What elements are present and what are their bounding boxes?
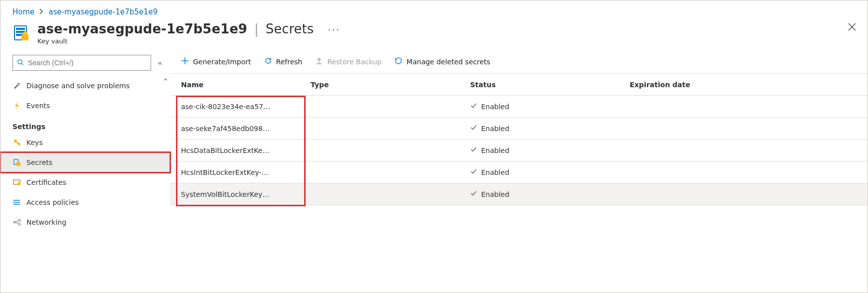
cell-name: HcsDataBitLockerExtKe…	[181, 146, 311, 154]
scrollbar-up-icon[interactable]	[162, 76, 169, 84]
sidebar-item-label: Keys	[26, 139, 43, 146]
table-row[interactable]: HcsDataBitLockerExtKe… Enabled	[170, 140, 868, 161]
toolbar-label: Manage deleted secrets	[406, 58, 490, 66]
checkmark-icon	[470, 102, 477, 111]
sidebar-item-label: Access policies	[26, 198, 79, 206]
sidebar: « Diagnose and solve problems	[0, 52, 170, 293]
certificate-icon	[12, 178, 21, 187]
page-title: Secrets	[266, 21, 314, 36]
table-row[interactable]: ase-seke7af458edb098… Enabled	[170, 118, 868, 140]
plus-icon	[181, 57, 189, 66]
sidebar-item-events[interactable]: Events	[0, 96, 170, 116]
col-header-status[interactable]: Status	[470, 81, 630, 89]
networking-icon	[12, 218, 21, 227]
breadcrumb-home-link[interactable]: Home	[12, 7, 34, 16]
cell-name: ase-cik-8023e34e-ea57…	[181, 103, 311, 111]
svg-rect-1	[16, 28, 25, 30]
key-icon	[12, 138, 21, 147]
access-policies-icon	[12, 198, 21, 207]
sidebar-item-keys[interactable]: Keys	[0, 133, 170, 152]
generate-import-button[interactable]: Generate/Import	[181, 57, 251, 66]
search-icon	[17, 59, 24, 67]
resource-type-label: Key vault	[37, 37, 340, 45]
breadcrumb-resource-link[interactable]: ase-myasegpude-1e7b5e1e9	[48, 7, 158, 16]
table-row[interactable]: HcsIntBitLockerExtKey-… Enabled	[170, 161, 868, 183]
page-header: ase-myasegpude-1e7b5e1e9 | Secrets ··· K…	[0, 18, 868, 52]
toolbar-label: Refresh	[276, 58, 303, 66]
keyvault-icon	[12, 24, 30, 42]
cell-status: Enabled	[470, 102, 630, 111]
sidebar-item-secrets[interactable]: Secrets	[0, 152, 170, 172]
cell-status: Enabled	[470, 146, 630, 154]
table-row[interactable]: ase-cik-8023e34e-ea57… Enabled	[170, 96, 868, 118]
sidebar-item-diagnose[interactable]: Diagnose and solve problems	[0, 76, 170, 96]
chevron-right-icon	[39, 7, 43, 16]
sidebar-item-label: Networking	[26, 218, 66, 226]
refresh-icon	[264, 57, 272, 66]
col-header-type[interactable]: Type	[311, 81, 470, 89]
toolbar-label: Generate/Import	[193, 58, 251, 66]
manage-deleted-secrets-button[interactable]: Manage deleted secrets	[394, 57, 490, 66]
secret-icon	[12, 158, 21, 167]
sidebar-item-certificates[interactable]: Certificates	[0, 172, 170, 192]
svg-rect-9	[16, 162, 20, 166]
svg-point-13	[13, 221, 15, 223]
svg-point-12	[17, 182, 20, 185]
cell-name: HcsIntBitLockerExtKey-…	[181, 168, 311, 176]
toolbar: Generate/Import Refresh Restore Backup	[170, 52, 868, 74]
collapse-sidebar-button[interactable]: «	[154, 56, 166, 70]
sidebar-item-label: Certificates	[26, 178, 66, 186]
settings-undo-icon	[394, 57, 402, 66]
checkmark-icon	[470, 146, 477, 154]
close-blade-button[interactable]	[848, 22, 857, 33]
sidebar-search-field[interactable]	[27, 58, 147, 67]
checkmark-icon	[470, 168, 477, 176]
sidebar-search-input[interactable]	[12, 55, 151, 71]
sidebar-item-networking[interactable]: Networking	[0, 212, 170, 232]
sidebar-item-label: Secrets	[26, 158, 52, 166]
main-content: Generate/Import Refresh Restore Backup	[170, 52, 868, 293]
svg-point-14	[18, 219, 20, 221]
upload-icon	[315, 57, 323, 66]
cell-name: SystemVolBitLockerKey…	[181, 190, 311, 198]
overflow-menu-button[interactable]: ···	[328, 24, 340, 36]
col-header-expiration[interactable]: Expiration date	[630, 81, 868, 89]
resource-name: ase-myasegpude-1e7b5e1e9	[37, 21, 247, 36]
svg-point-15	[18, 223, 20, 225]
sidebar-item-label: Events	[26, 102, 50, 110]
table-header-row: Name Type Status Expiration date	[170, 74, 868, 96]
cell-status: Enabled	[470, 168, 630, 176]
checkmark-icon	[470, 124, 477, 133]
sidebar-item-access-policies[interactable]: Access policies	[0, 192, 170, 212]
cell-status: Enabled	[470, 190, 630, 198]
lightning-icon	[12, 101, 21, 110]
secrets-table: Name Type Status Expiration date ase-cik…	[170, 74, 868, 205]
svg-point-6	[18, 59, 22, 63]
checkmark-icon	[470, 190, 477, 198]
restore-backup-button: Restore Backup	[315, 57, 381, 66]
breadcrumb: Home ase-myasegpude-1e7b5e1e9	[0, 0, 868, 18]
table-row[interactable]: SystemVolBitLockerKey… Enabled	[170, 183, 868, 205]
wrench-icon	[12, 81, 21, 90]
cell-name: ase-seke7af458edb098…	[181, 125, 311, 133]
cell-status: Enabled	[470, 124, 630, 133]
title-divider: |	[254, 21, 259, 36]
toolbar-label: Restore Backup	[327, 58, 381, 66]
sidebar-item-label: Diagnose and solve problems	[26, 82, 130, 90]
col-header-name[interactable]: Name	[181, 81, 311, 89]
refresh-button[interactable]: Refresh	[264, 57, 303, 66]
sidebar-group-settings: Settings	[0, 116, 170, 133]
